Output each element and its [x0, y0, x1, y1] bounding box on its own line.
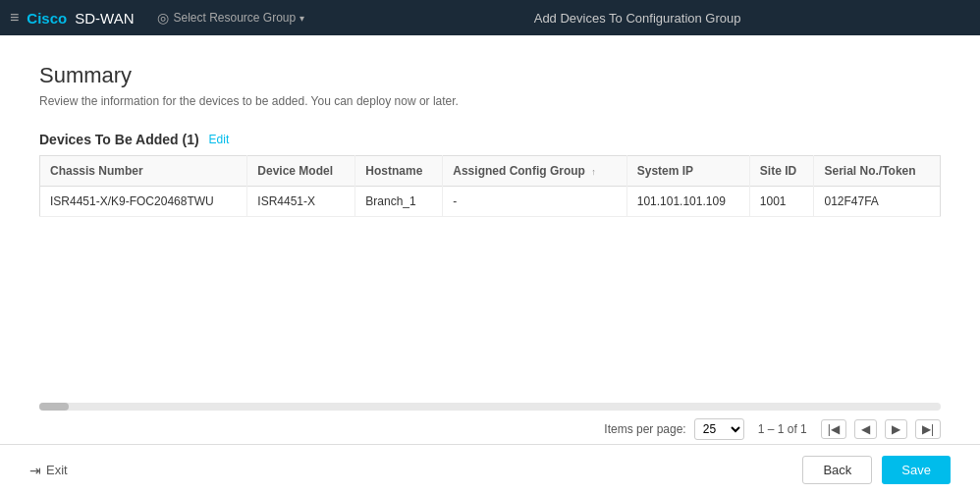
- resource-group-label: Select Resource Group: [173, 11, 296, 25]
- first-page-button[interactable]: |◀: [821, 419, 846, 439]
- footer: ⇥ Exit Back Save: [0, 444, 980, 495]
- page-subtitle: Review the information for the devices t…: [39, 94, 941, 108]
- cell-hostname: Branch_1: [355, 187, 443, 217]
- col-chassis-number: Chassis Number: [40, 156, 247, 187]
- exit-label: Exit: [46, 463, 68, 477]
- pin-icon: ◎: [157, 10, 169, 26]
- exit-icon: ⇥: [29, 463, 41, 478]
- edit-link[interactable]: Edit: [209, 133, 230, 146]
- scroll-thumb[interactable]: [39, 403, 69, 411]
- pagination-range: 1 – 1 of 1: [758, 422, 807, 436]
- resource-group-selector[interactable]: ◎ Select Resource Group ▾: [157, 10, 304, 26]
- table-row: ISR4451-X/K9-FOC20468TWUISR4451-XBranch_…: [40, 187, 941, 217]
- next-page-button[interactable]: ▶: [885, 419, 907, 439]
- brand-sdwan: SD-WAN: [75, 10, 134, 27]
- cell-assigned-config-group: -: [443, 187, 626, 217]
- exit-link[interactable]: ⇥ Exit: [29, 463, 68, 478]
- scroll-track[interactable]: [39, 403, 941, 411]
- cell-system-ip: 101.101.101.109: [626, 187, 749, 217]
- items-per-page-label: Items per page:: [604, 422, 685, 436]
- section-header: Devices To Be Added (1) Edit: [39, 132, 941, 147]
- brand-cisco: Cisco: [27, 10, 67, 27]
- page-title: Summary: [39, 63, 941, 88]
- cell-site-id: 1001: [749, 187, 814, 217]
- col-serial-token: Serial No./Token: [814, 156, 941, 187]
- top-navigation: ≡ Cisco SD-WAN ◎ Select Resource Group ▾…: [0, 0, 980, 35]
- cell-chassis-number: ISR4451-X/K9-FOC20468TWU: [40, 187, 247, 217]
- col-assigned-config-group: Assigned Config Group ↑: [443, 156, 626, 187]
- col-site-id: Site ID: [749, 156, 814, 187]
- col-hostname: Hostname: [355, 156, 443, 187]
- devices-table: Chassis Number Device Model Hostname Ass…: [39, 155, 941, 217]
- back-button[interactable]: Back: [802, 456, 872, 484]
- footer-buttons: Back Save: [802, 456, 951, 484]
- cell-serial-token: 012F47FA: [814, 187, 941, 217]
- sort-icon: ↑: [591, 167, 596, 177]
- save-button[interactable]: Save: [882, 456, 951, 484]
- table-header-row: Chassis Number Device Model Hostname Ass…: [40, 156, 941, 187]
- hamburger-icon[interactable]: ≡: [10, 9, 19, 27]
- cell-device-model: ISR4451-X: [247, 187, 355, 217]
- scroll-area[interactable]: [0, 399, 980, 414]
- pagination-bar: Items per page: 25 10 50 100 1 – 1 of 1 …: [0, 414, 980, 444]
- section-title: Devices To Be Added (1): [39, 132, 199, 147]
- items-per-page-select[interactable]: 25 10 50 100: [694, 418, 744, 440]
- main-wrapper: Summary Review the information for the d…: [0, 35, 980, 444]
- last-page-button[interactable]: ▶|: [915, 419, 941, 439]
- main-content: Summary Review the information for the d…: [0, 35, 980, 399]
- col-device-model: Device Model: [247, 156, 355, 187]
- page-header: Add Devices To Configuration Group: [534, 11, 741, 26]
- prev-page-button[interactable]: ◀: [854, 419, 877, 439]
- col-system-ip: System IP: [626, 156, 749, 187]
